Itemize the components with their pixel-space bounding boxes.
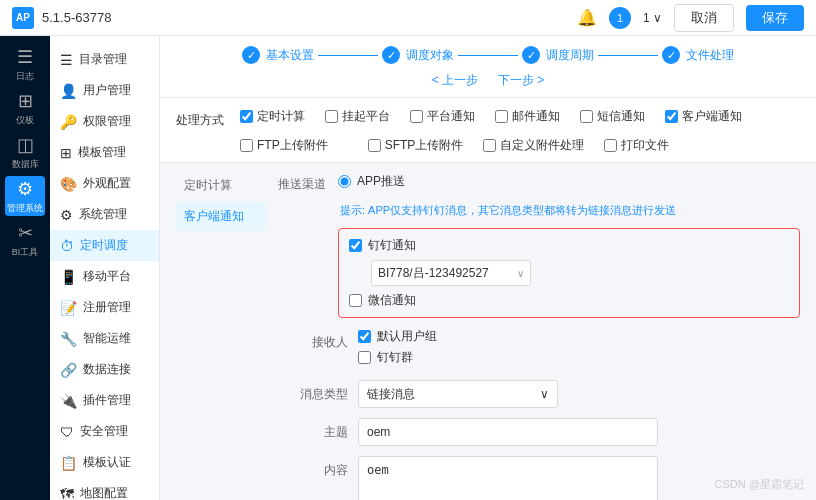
step-schedule-target: ✓ 调度对象 <box>382 46 454 64</box>
content-nav-title: 定时计算 <box>176 173 266 198</box>
form-row-subject: 主题 <box>278 418 800 446</box>
option-suspend-platform[interactable]: 挂起平台 <box>325 108 390 125</box>
dashboard-icon: ⊞ <box>18 90 33 112</box>
subject-label: 主题 <box>278 418 348 441</box>
checkbox-wechat-notify[interactable]: 微信通知 <box>349 292 789 309</box>
user-avatar[interactable]: 1 <box>609 7 631 29</box>
step-schedule-target-circle: ✓ <box>382 46 400 64</box>
content-left-nav: 定时计算 客户端通知 <box>176 173 266 500</box>
sidebar-item-ops[interactable]: 🔧 智能运维 <box>50 323 159 354</box>
key-icon: 🔑 <box>60 114 77 130</box>
dingtalk-select-row: BI778/吕-123492527 ∨ <box>349 260 789 286</box>
sidebar-item-mobile[interactable]: 📱 移动平台 <box>50 261 159 292</box>
notify-group: 钉钉通知 BI778/吕-123492527 ∨ 微信通知 <box>338 228 800 318</box>
content-area: 定时计算 客户端通知 推送渠道 APP推送 提示: APP仅支持钉钉 <box>160 163 816 500</box>
receiver-options: 默认用户组 钉钉群 <box>358 328 800 370</box>
sidebar-item-log-mgmt[interactable]: ☰ 目录管理 <box>50 44 159 75</box>
option-ftp-upload[interactable]: FTP上传附件 <box>240 137 328 154</box>
prev-step-button[interactable]: < 上一步 <box>432 72 478 89</box>
sidebar-item-security[interactable]: 🛡 安全管理 <box>50 416 159 447</box>
step-line-2 <box>458 55 518 56</box>
sidebar-item-data-conn[interactable]: 🔗 数据连接 <box>50 354 159 385</box>
bi-icon: ✂ <box>18 222 33 244</box>
shield-icon: 🛡 <box>60 424 74 440</box>
notification-icon[interactable]: 🔔 <box>577 8 597 27</box>
sidebar-menu: ☰ 目录管理 👤 用户管理 🔑 权限管理 ⊞ 模板管理 🎨 外观配置 ⚙ 系统管… <box>50 36 160 500</box>
app-version: 5.1.5-63778 <box>42 10 111 25</box>
step-line-1 <box>318 55 378 56</box>
chevron-down-icon: ∨ <box>540 387 549 401</box>
sidebar-icon-system[interactable]: ⚙ 管理系统 <box>5 176 45 216</box>
sidebar-item-user-mgmt[interactable]: 👤 用户管理 <box>50 75 159 106</box>
sidebar-item-appearance[interactable]: 🎨 外观配置 <box>50 168 159 199</box>
processing-label: 处理方式 <box>176 108 224 129</box>
step-schedule-period-circle: ✓ <box>522 46 540 64</box>
subject-content <box>358 418 800 446</box>
mobile-icon: 📱 <box>60 269 77 285</box>
option-client-notify[interactable]: 客户端通知 <box>665 108 742 125</box>
sidebar-icon-logs[interactable]: ☰ 日志 <box>5 44 45 84</box>
option-dingtalk-group[interactable]: 钉钉群 <box>358 349 800 366</box>
sidebar-item-perm-mgmt[interactable]: 🔑 权限管理 <box>50 106 159 137</box>
cancel-button[interactable]: 取消 <box>674 4 734 32</box>
list-icon: ☰ <box>60 52 73 68</box>
push-channel-label: 推送渠道 <box>278 173 328 193</box>
main-content: ✓ 基本设置 ✓ 调度对象 ✓ 调度周期 ✓ 文件处理 <box>160 36 816 500</box>
content-field: oem <box>358 456 800 500</box>
option-default-user-group[interactable]: 默认用户组 <box>358 328 800 345</box>
option-custom-attach[interactable]: 自定义附件处理 <box>483 137 584 154</box>
user-label[interactable]: 1 ∨ <box>643 11 662 25</box>
topbar-left: AP 5.1.5-63778 <box>12 7 111 29</box>
subject-input[interactable] <box>358 418 658 446</box>
system-icon: ⚙ <box>17 178 33 200</box>
option-platform-notify[interactable]: 平台通知 <box>410 108 475 125</box>
form-row-content: 内容 oem <box>278 456 800 500</box>
logs-icon: ☰ <box>17 46 33 68</box>
chevron-down-icon: ∨ <box>517 268 524 279</box>
processing-section: 处理方式 定时计算 挂起平台 平台通知 邮件通知 短信 <box>160 98 816 163</box>
user-icon: 👤 <box>60 83 77 99</box>
option-print-file[interactable]: 打印文件 <box>604 137 669 154</box>
step-navigation: < 上一步 下一步 > <box>176 72 800 89</box>
plugin-icon: 🔌 <box>60 393 77 409</box>
sidebar-icon-bi[interactable]: ✂ BI工具 <box>5 220 45 260</box>
topbar-right: 🔔 1 1 ∨ 取消 保存 <box>577 4 804 32</box>
processing-options: 定时计算 挂起平台 平台通知 邮件通知 短信通知 <box>240 108 800 154</box>
push-channel-section: 推送渠道 APP推送 提示: APP仅支持钉钉消息，其它消息类型都将转为链接消息… <box>278 173 800 218</box>
message-type-value: 链接消息 <box>367 386 415 403</box>
sidebar-item-sys-mgmt[interactable]: ⚙ 系统管理 <box>50 199 159 230</box>
step-basic-label: 基本设置 <box>266 47 314 64</box>
clock-icon: ⏱ <box>60 238 74 254</box>
content-nav-client-notify[interactable]: 客户端通知 <box>176 202 266 231</box>
content-label: 内容 <box>278 456 348 479</box>
gear-icon: ⚙ <box>60 207 73 223</box>
sidebar-item-register[interactable]: 📝 注册管理 <box>50 292 159 323</box>
message-type-select[interactable]: 链接消息 ∨ <box>358 380 558 408</box>
sidebar-item-map[interactable]: 🗺 地图配置 <box>50 478 159 500</box>
option-app-push[interactable]: APP推送 <box>338 173 405 190</box>
option-email-notify[interactable]: 邮件通知 <box>495 108 560 125</box>
database-icon: ◫ <box>17 134 34 156</box>
sidebar-item-plugin[interactable]: 🔌 插件管理 <box>50 385 159 416</box>
next-step-button[interactable]: 下一步 > <box>498 72 544 89</box>
option-sftp-upload[interactable]: SFTP上传附件 <box>368 137 464 154</box>
option-sms-notify[interactable]: 短信通知 <box>580 108 645 125</box>
option-scheduled-calc[interactable]: 定时计算 <box>240 108 305 125</box>
sidebar-item-scheduled[interactable]: ⏱ 定时调度 <box>50 230 159 261</box>
map-icon: 🗺 <box>60 486 74 501</box>
save-button[interactable]: 保存 <box>746 5 804 31</box>
checkbox-dingtalk-notify[interactable]: 钉钉通知 <box>349 237 789 254</box>
sidebar-item-model-mgmt[interactable]: ⊞ 模板管理 <box>50 137 159 168</box>
step-schedule-period: ✓ 调度周期 <box>522 46 594 64</box>
sidebar-icon-dashboard[interactable]: ⊞ 仪板 <box>5 88 45 128</box>
dingtalk-select[interactable]: BI778/吕-123492527 ∨ <box>371 260 531 286</box>
content-textarea[interactable]: oem <box>358 456 658 500</box>
form-row-message-type: 消息类型 链接消息 ∨ <box>278 380 800 408</box>
sidebar-item-template[interactable]: 📋 模板认证 <box>50 447 159 478</box>
step-file-process-circle: ✓ <box>662 46 680 64</box>
dingtalk-select-value: BI778/吕-123492527 <box>378 265 517 282</box>
link-icon: 🔗 <box>60 362 77 378</box>
notify-checkbox-group: 钉钉通知 BI778/吕-123492527 ∨ 微信通知 <box>338 228 800 318</box>
sidebar-icon-data[interactable]: ◫ 数据库 <box>5 132 45 172</box>
step-file-process: ✓ 文件处理 <box>662 46 734 64</box>
